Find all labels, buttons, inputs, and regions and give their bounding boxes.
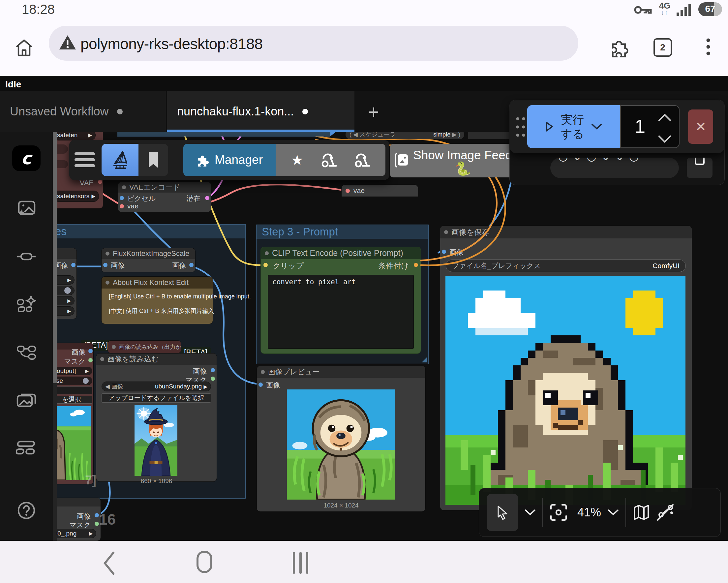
sidebar-item-node-library[interactable] bbox=[0, 328, 53, 376]
port-clip-in[interactable] bbox=[263, 263, 268, 267]
node-canvas[interactable]: es Step 3 - Prompt bbox=[0, 132, 728, 541]
port-image-in[interactable] bbox=[103, 263, 107, 267]
sidebar-item-help[interactable] bbox=[0, 486, 53, 534]
node-clip-text-encode[interactable]: CLIP Text Encode (Positive Prompt) クリップ … bbox=[261, 247, 421, 354]
sidebar-item-workflows[interactable] bbox=[0, 232, 53, 280]
port-image-out[interactable] bbox=[95, 513, 99, 517]
port-mask-out[interactable] bbox=[95, 522, 99, 526]
bookmark-button[interactable] bbox=[138, 144, 168, 176]
note-line-zh: [中文] 使用 Ctrl + B 来启用多张图片输入 bbox=[109, 307, 214, 315]
sidebar-item-queue[interactable] bbox=[0, 376, 53, 424]
workflow-tab-nunchaku[interactable]: nunchaku-flux.1-kon... bbox=[167, 91, 355, 132]
port-image-out[interactable] bbox=[71, 263, 76, 267]
tab-count-button[interactable]: 2 bbox=[653, 38, 672, 57]
workflow-tab-unsaved[interactable]: Unsaved Workflow bbox=[0, 91, 166, 132]
image-preview-partial-sloth bbox=[52, 406, 91, 480]
combo-arrow-icon[interactable]: ◀ bbox=[105, 383, 110, 390]
vacuum-clean-icon[interactable] bbox=[321, 151, 337, 169]
node-load-image[interactable]: 画像を読み込む 画像 マスク ◀ 画像 ubunSunday.png ▶ アップ… bbox=[96, 354, 217, 481]
url-text[interactable]: polymony-rks-desktop:8188 bbox=[80, 35, 263, 53]
stepper-down-icon[interactable] bbox=[658, 135, 672, 144]
widget-select-button[interactable]: を選択 bbox=[51, 396, 92, 404]
prompt-textarea[interactable]: convert to pixel art bbox=[268, 275, 414, 349]
combo-arrow-icon: ▶ bbox=[91, 193, 95, 199]
widget-scheduler-fragment[interactable]: ( ◀ スケジューラ simple ▶ ) bbox=[345, 132, 464, 139]
unsaved-dot-icon bbox=[302, 109, 308, 115]
port-image-in[interactable] bbox=[259, 382, 263, 387]
port-mask-out[interactable] bbox=[88, 358, 93, 362]
node-dot-icon bbox=[261, 370, 265, 374]
node-link-icon bbox=[17, 251, 36, 262]
node-save-image[interactable]: 画像を保存 画像 ファイル名_プレフィックス ComfyUI bbox=[440, 226, 692, 510]
combo-arrow-icon[interactable]: ( ◀ bbox=[349, 132, 358, 138]
run-button[interactable]: 実行する bbox=[527, 105, 620, 148]
nav-recents-icon[interactable] bbox=[292, 551, 309, 575]
port-image-in[interactable] bbox=[442, 250, 446, 254]
filename-prefix-field[interactable]: ファイル名_プレフィックス ComfyUI bbox=[446, 259, 686, 272]
node-flux-kontext-image-scale[interactable]: FluxKontextImageScale 画像 画像 bbox=[102, 248, 195, 272]
combo-arrow-icon[interactable]: ▶ bbox=[203, 384, 207, 389]
port-latent-out[interactable] bbox=[205, 196, 209, 200]
manager-button[interactable]: Manager bbox=[183, 144, 276, 176]
stepper-up-icon[interactable] bbox=[658, 113, 672, 122]
sidebar-item-layout[interactable] bbox=[0, 424, 53, 472]
vacuum-clean-icon[interactable] bbox=[354, 151, 370, 169]
toolbar-divider bbox=[542, 498, 543, 527]
favorites-star-icon[interactable]: ★ bbox=[291, 152, 304, 168]
widget-text-input[interactable] bbox=[51, 386, 92, 395]
port-label: 潜在 bbox=[187, 194, 201, 203]
port-vae-in[interactable] bbox=[120, 204, 124, 208]
combo-arrow-icon[interactable]: ▶ ) bbox=[452, 132, 460, 138]
hidden-icon-button[interactable] bbox=[687, 158, 712, 178]
toggle-icon[interactable] bbox=[83, 378, 89, 384]
port-mask-out[interactable] bbox=[211, 377, 215, 381]
drag-handle-icon[interactable] bbox=[515, 116, 526, 138]
address-bar[interactable]: polymony-rks-desktop:8188 bbox=[49, 26, 578, 61]
nav-back-icon[interactable] bbox=[103, 551, 115, 575]
node-vae-encode[interactable]: VAEエンコード ピクセル 潜在 vae bbox=[118, 182, 211, 212]
minimap-icon[interactable] bbox=[633, 504, 650, 521]
port-vae-out[interactable] bbox=[98, 180, 102, 184]
home-icon[interactable] bbox=[15, 37, 34, 58]
canvas-scrollbar-thumb[interactable] bbox=[53, 132, 57, 383]
menu-hamburger-icon[interactable] bbox=[73, 152, 97, 168]
upload-file-button[interactable]: アップロードするファイルを選択 bbox=[102, 394, 211, 403]
widget-vae-file[interactable]: safetensors ▶ bbox=[53, 191, 99, 202]
fit-view-icon[interactable] bbox=[550, 504, 567, 521]
batch-count-stepper[interactable]: 1 bbox=[620, 105, 679, 148]
port-image-out[interactable] bbox=[189, 263, 193, 267]
node-image-preview[interactable]: 画像プレビュー 画像 bbox=[257, 366, 425, 511]
port-image-out[interactable] bbox=[88, 349, 93, 353]
node-load-from-output[interactable]: 画像の読み込み（出力から） bbox=[108, 340, 181, 353]
tool-options-chevron-icon[interactable] bbox=[525, 509, 536, 516]
show-image-feed-button[interactable]: Show Image Feed 🐍 bbox=[390, 144, 515, 177]
port-conditioning-out[interactable] bbox=[414, 263, 418, 267]
browser-menu-kebab-icon[interactable] bbox=[698, 37, 718, 57]
widget-image-combo[interactable]: ◀ 画像 ubunSunday.png ▶ bbox=[102, 382, 211, 391]
select-tool-button[interactable] bbox=[487, 494, 518, 531]
widget-filename-top[interactable]: safeten ▶ bbox=[53, 132, 96, 141]
zoom-options-chevron-icon[interactable] bbox=[608, 509, 619, 516]
node-dot-icon bbox=[100, 357, 104, 361]
node-about-note[interactable]: About Flux Kontext Edit [English] Use Ct… bbox=[102, 277, 213, 324]
toggle-icon[interactable] bbox=[64, 287, 71, 294]
sidebar-item-assets[interactable] bbox=[0, 185, 53, 232]
extensions-puzzle-icon[interactable] bbox=[609, 37, 629, 57]
sidebar-comfy-logo[interactable]: c bbox=[0, 132, 53, 185]
workspace-logo-button[interactable] bbox=[102, 144, 138, 176]
port-image-out[interactable] bbox=[211, 368, 215, 372]
cancel-run-button[interactable]: ✕ bbox=[688, 109, 713, 144]
sidebar-item-model-library[interactable] bbox=[0, 280, 53, 328]
port-pixels-in[interactable] bbox=[120, 196, 124, 200]
logo-button-group bbox=[102, 144, 168, 176]
run-options-chevron-icon[interactable] bbox=[591, 123, 602, 130]
new-workflow-button[interactable]: + bbox=[362, 97, 385, 126]
nav-home-icon[interactable] bbox=[197, 551, 212, 573]
hidden-combo-fragment[interactable]: ◡⌄◡⌄⌄◡ bbox=[550, 158, 679, 178]
node-fragment-vae[interactable]: vae bbox=[342, 185, 418, 197]
port-vae-in[interactable] bbox=[345, 188, 350, 193]
zoom-level-label[interactable]: 41% bbox=[577, 506, 601, 519]
node-bottom-truncated[interactable]: 画像 マスク 500_.png ▶ bbox=[49, 498, 101, 541]
canvas-scrollbar-track[interactable] bbox=[53, 132, 57, 541]
toggle-links-off-icon[interactable] bbox=[656, 504, 674, 521]
